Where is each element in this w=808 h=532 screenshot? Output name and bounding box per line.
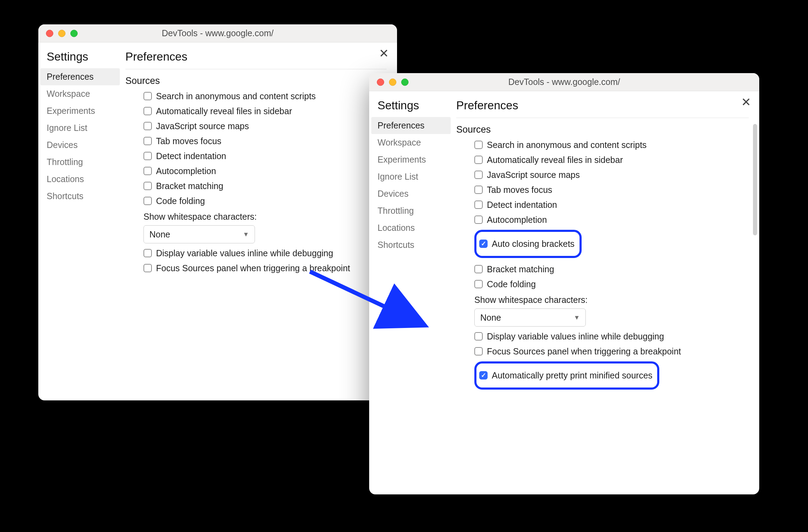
option-row: Autocompletion [143,166,387,176]
highlighted-option: Automatically pretty print minified sour… [474,361,659,390]
option-label: Detect indentation [156,151,226,161]
checkbox[interactable] [474,201,483,209]
options-list-b: Display variable values inline while deb… [456,331,749,391]
option-label: Automatically reveal files in sidebar [156,106,292,116]
checkbox[interactable] [474,156,483,164]
option-label: Focus Sources panel when triggering a br… [156,263,350,273]
option-row: JavaScript source maps [474,170,749,180]
option-label: JavaScript source maps [487,170,580,180]
whitespace-value: None [149,229,170,240]
options-list: Search in anonymous and content scriptsA… [125,91,387,206]
option-row: Bracket matching [143,181,387,191]
option-label: Auto closing brackets [492,239,575,249]
checkbox[interactable] [474,216,483,224]
option-label: Autocompletion [156,166,216,176]
settings-heading: Settings [369,99,453,117]
settings-sidebar: Settings PreferencesWorkspaceExperiments… [38,42,122,400]
sidebar-item-locations[interactable]: Locations [369,219,453,236]
whitespace-label: Show whitespace characters: [143,212,387,222]
option-label: Bracket matching [156,181,223,191]
checkbox[interactable] [143,264,152,272]
sidebar-item-locations[interactable]: Locations [38,171,122,188]
sidebar-nav: PreferencesWorkspaceExperimentsIgnore Li… [369,117,453,253]
option-label: Tab moves focus [156,136,222,146]
highlighted-option: Auto closing brackets [474,230,582,258]
option-row: Display variable values inline while deb… [143,248,387,258]
zoom-window-icon[interactable] [70,30,78,37]
checkbox[interactable] [474,280,483,288]
checkbox[interactable] [474,186,483,194]
sidebar-item-workspace[interactable]: Workspace [38,85,122,102]
checkbox[interactable] [143,137,152,145]
checkbox[interactable] [474,171,483,179]
option-label: Automatically pretty print minified sour… [492,370,652,381]
checkbox[interactable] [143,182,152,190]
option-row: Code folding [474,279,749,289]
checkbox[interactable] [474,332,483,341]
sidebar-item-ignore-list[interactable]: Ignore List [369,168,453,185]
close-window-icon[interactable] [46,30,53,37]
sidebar-item-preferences[interactable]: Preferences [371,117,451,134]
options-list-b: Display variable values inline while deb… [125,248,387,273]
devtools-window-right: DevTools - www.google.com/ ✕ Settings Pr… [369,73,759,494]
traffic-lights [377,78,409,86]
checkbox[interactable] [474,347,483,355]
checkbox[interactable] [479,371,488,380]
close-window-icon[interactable] [377,78,384,86]
sidebar-item-devices[interactable]: Devices [38,136,122,154]
option-label: Automatically reveal files in sidebar [487,155,623,165]
checkbox[interactable] [143,249,152,257]
option-row: Search in anonymous and content scripts [143,91,387,101]
sidebar-item-shortcuts[interactable]: Shortcuts [38,188,122,205]
option-label: Display variable values inline while deb… [156,248,333,258]
checkbox[interactable] [479,240,488,248]
option-label: Detect indentation [487,200,557,210]
whitespace-select[interactable]: None ▼ [474,308,586,327]
option-row: Automatically reveal files in sidebar [474,155,749,165]
section-heading-sources: Sources [125,76,387,86]
option-row: Tab moves focus [143,136,387,146]
option-label: Bracket matching [487,264,554,274]
option-label: Code folding [156,196,205,206]
devtools-window-left: DevTools - www.google.com/ ✕ Settings Pr… [38,24,397,400]
option-row: Code folding [143,196,387,206]
sidebar-item-preferences[interactable]: Preferences [40,68,120,85]
settings-sidebar: Settings PreferencesWorkspaceExperiments… [369,91,453,494]
checkbox[interactable] [143,167,152,175]
sidebar-item-experiments[interactable]: Experiments [369,151,453,168]
sidebar-item-throttling[interactable]: Throttling [369,202,453,219]
sidebar-item-ignore-list[interactable]: Ignore List [38,119,122,136]
checkbox[interactable] [143,92,152,100]
option-label: Focus Sources panel when triggering a br… [487,346,681,357]
option-label: JavaScript source maps [156,121,249,131]
option-row: Auto closing brackets [479,239,575,249]
checkbox[interactable] [143,107,152,115]
chevron-down-icon: ▼ [574,314,580,321]
whitespace-select[interactable]: None ▼ [143,225,255,243]
whitespace-label: Show whitespace characters: [474,295,749,305]
checkbox[interactable] [143,197,152,205]
option-label: Tab moves focus [487,185,552,195]
settings-main: Preferences Sources Search in anonymous … [453,91,759,494]
checkbox[interactable] [143,122,152,130]
sidebar-item-shortcuts[interactable]: Shortcuts [369,236,453,253]
minimize-window-icon[interactable] [389,78,396,86]
option-row: Tab moves focus [474,185,749,195]
option-label: Display variable values inline while deb… [487,331,664,342]
option-row: JavaScript source maps [143,121,387,131]
sidebar-item-workspace[interactable]: Workspace [369,134,453,151]
zoom-window-icon[interactable] [401,78,409,86]
sidebar-item-experiments[interactable]: Experiments [38,102,122,119]
option-row: Automatically reveal files in sidebar [143,106,387,116]
minimize-window-icon[interactable] [58,30,65,37]
checkbox[interactable] [474,141,483,149]
checkbox[interactable] [474,265,483,273]
settings-main: Preferences Sources Search in anonymous … [122,42,397,400]
window-title: DevTools - www.google.com/ [369,77,759,87]
chevron-down-icon: ▼ [243,231,249,238]
sidebar-item-throttling[interactable]: Throttling [38,154,122,171]
checkbox[interactable] [143,152,152,160]
sidebar-item-devices[interactable]: Devices [369,185,453,202]
option-row: Focus Sources panel when triggering a br… [474,346,749,357]
option-row: Autocompletion [474,215,749,225]
